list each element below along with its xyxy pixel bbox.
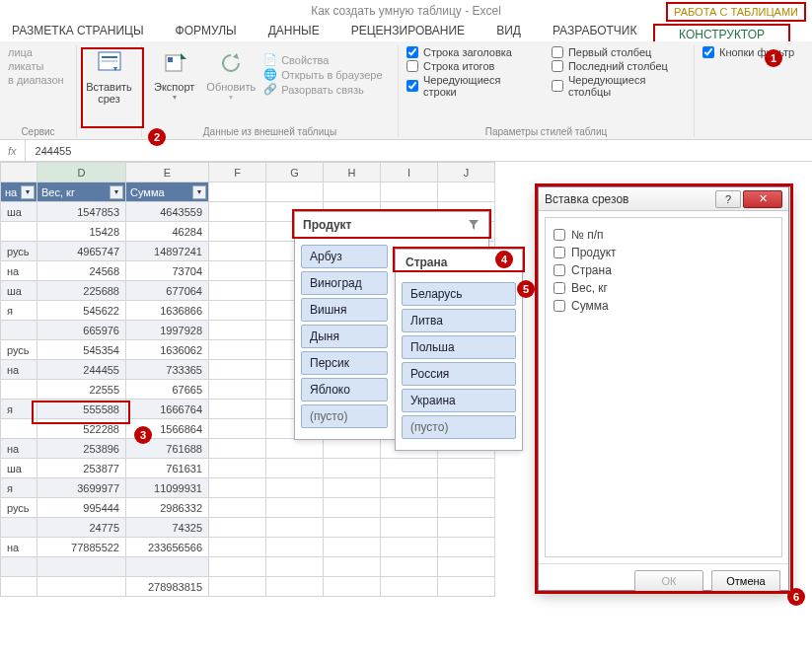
cell[interactable]: [266, 518, 324, 538]
cell[interactable]: [1, 380, 37, 400]
formula-value[interactable]: 244455: [26, 145, 82, 157]
cell[interactable]: [209, 439, 266, 459]
cell[interactable]: [381, 459, 438, 478]
table-row[interactable]: ша253877761631: [1, 459, 495, 478]
cell[interactable]: [1, 518, 37, 538]
cell[interactable]: [324, 478, 381, 498]
cell[interactable]: [209, 419, 266, 439]
cell[interactable]: [209, 281, 266, 301]
col-header-h[interactable]: H: [324, 163, 381, 182]
table-row[interactable]: [1, 557, 495, 577]
chk-filter-button[interactable]: Кнопки фильтр: [702, 45, 804, 59]
help-button[interactable]: ?: [715, 190, 741, 208]
cell[interactable]: [438, 498, 495, 518]
col-header-d[interactable]: D: [37, 163, 126, 182]
cell[interactable]: [438, 459, 495, 478]
slicer-item[interactable]: Яблоко: [301, 378, 388, 402]
cell[interactable]: [381, 557, 438, 577]
cell[interactable]: [1, 419, 37, 439]
table-row[interactable]: на77885522233656566: [1, 538, 495, 557]
cell[interactable]: [266, 577, 324, 597]
cell[interactable]: 4643559: [126, 202, 209, 222]
cell[interactable]: [266, 459, 324, 478]
cell[interactable]: 73704: [126, 261, 209, 281]
cell[interactable]: 67665: [126, 380, 209, 400]
cell[interactable]: 555588: [37, 400, 126, 419]
filter-dropdown-icon[interactable]: ▾: [192, 185, 206, 199]
slicer-item[interactable]: Дыня: [301, 325, 388, 348]
slicer-item[interactable]: Литва: [402, 309, 516, 332]
col-header-f[interactable]: F: [209, 163, 266, 182]
cell[interactable]: 761688: [126, 439, 209, 459]
col-header-j[interactable]: J: [438, 163, 495, 182]
cell[interactable]: [209, 321, 266, 340]
fx-icon[interactable]: fx: [0, 140, 26, 161]
cell[interactable]: 46284: [126, 222, 209, 242]
cell[interactable]: 1547853: [37, 202, 126, 222]
cell[interactable]: 733365: [126, 360, 209, 380]
cell[interactable]: [1, 222, 37, 242]
slicer-item[interactable]: Арбуз: [301, 245, 388, 268]
dialog-field-checkbox[interactable]: Продукт: [554, 244, 774, 261]
dialog-field-checkbox[interactable]: № п/п: [554, 226, 774, 244]
cell[interactable]: [37, 557, 126, 577]
cell[interactable]: 761631: [126, 459, 209, 478]
table-row[interactable]: 278983815: [1, 577, 495, 597]
cell[interactable]: русь: [1, 498, 37, 518]
cell[interactable]: 1636062: [126, 340, 209, 360]
col-header-i[interactable]: I: [381, 163, 438, 182]
cell[interactable]: 1636866: [126, 301, 209, 321]
slicer-item[interactable]: Украина: [402, 389, 516, 412]
cell[interactable]: [37, 577, 126, 597]
cell[interactable]: [1, 557, 37, 577]
cell[interactable]: [381, 498, 438, 518]
slicer-item[interactable]: Россия: [402, 362, 516, 386]
table-row[interactable]: 2477574325: [1, 518, 495, 538]
insert-slicers-dialog[interactable]: Вставка срезов ? ✕ № п/пПродуктСтранаВес…: [538, 186, 789, 591]
cell[interactable]: 77885522: [37, 538, 126, 557]
cell[interactable]: [324, 498, 381, 518]
cell[interactable]: [209, 380, 266, 400]
cell[interactable]: я: [1, 301, 37, 321]
table-row[interactable]: русь9954442986332: [1, 498, 495, 518]
table-row[interactable]: я369997711099931: [1, 478, 495, 498]
cell[interactable]: [209, 459, 266, 478]
cell[interactable]: [266, 557, 324, 577]
cell[interactable]: 4965747: [37, 242, 126, 261]
cell[interactable]: [1, 577, 37, 597]
cell[interactable]: 225688: [37, 281, 126, 301]
cell[interactable]: 1997928: [126, 321, 209, 340]
tab-formulas[interactable]: ФОРМУЛЫ: [176, 24, 237, 37]
cell[interactable]: 11099931: [126, 478, 209, 498]
cell[interactable]: [438, 518, 495, 538]
cell[interactable]: [209, 538, 266, 557]
cell[interactable]: на: [1, 538, 37, 557]
cell[interactable]: [1, 321, 37, 340]
cancel-button[interactable]: Отмена: [711, 570, 780, 592]
chk-last-col[interactable]: Последний столбец: [552, 59, 686, 73]
tab-developer[interactable]: РАЗРАБОТЧИК: [553, 24, 637, 37]
cell[interactable]: [209, 478, 266, 498]
cell[interactable]: [324, 439, 381, 459]
filter-dropdown-icon[interactable]: ▾: [21, 185, 35, 199]
cell[interactable]: [209, 202, 266, 222]
cell[interactable]: 522288: [37, 419, 126, 439]
export-button[interactable]: Экспорт ▾: [150, 45, 198, 104]
cell[interactable]: [209, 498, 266, 518]
cell[interactable]: 3699977: [37, 478, 126, 498]
cell[interactable]: [324, 538, 381, 557]
cell[interactable]: [324, 557, 381, 577]
cell[interactable]: [209, 301, 266, 321]
cell[interactable]: [266, 478, 324, 498]
insert-slicer-button[interactable]: Вставить срез: [82, 45, 136, 107]
cell[interactable]: ша: [1, 459, 37, 478]
filter-dropdown-icon[interactable]: ▾: [110, 185, 123, 199]
cell[interactable]: [209, 557, 266, 577]
ribbon-cmd-duplicates[interactable]: ликаты: [8, 59, 68, 73]
cell[interactable]: 545354: [37, 340, 126, 360]
cell[interactable]: [324, 459, 381, 478]
cell[interactable]: [209, 222, 266, 242]
cell[interactable]: [438, 577, 495, 597]
slicer-item[interactable]: Вишня: [301, 298, 388, 322]
slicer-item[interactable]: (пусто): [402, 415, 516, 439]
